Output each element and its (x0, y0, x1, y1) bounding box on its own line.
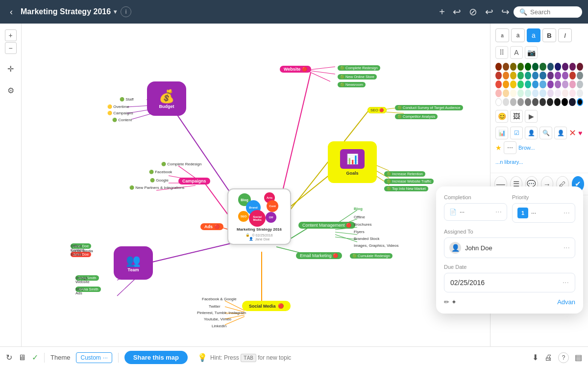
color-swatch[interactable] (532, 89, 539, 97)
browse-label[interactable]: Brow... (518, 145, 535, 151)
center-node[interactable]: Blog Arts Brand Cont SEO Off Social Medi… (227, 188, 291, 245)
emoji-btn[interactable]: 😊 (495, 110, 508, 123)
goals-node[interactable]: 📊 Goals (328, 141, 377, 183)
priority-value[interactable]: 1 ··· ··· (512, 203, 575, 223)
color-swatch[interactable] (547, 63, 554, 71)
assigned-value[interactable]: 👤 John Doe ··· (444, 237, 575, 258)
color-swatch[interactable] (577, 63, 583, 71)
completion-dots1[interactable]: ··· (460, 209, 465, 215)
color-swatch[interactable] (495, 72, 502, 79)
color-swatch[interactable] (547, 98, 553, 106)
browse-person-btn[interactable]: 👤 (525, 127, 538, 139)
color-swatch[interactable] (569, 63, 576, 71)
browse-star-icon[interactable]: ★ (495, 144, 502, 152)
redo-icon[interactable]: ↪ (501, 6, 510, 18)
color-swatch[interactable] (525, 89, 531, 97)
search-box[interactable]: 🔍 (514, 6, 582, 18)
color-swatch[interactable] (510, 63, 516, 71)
due-date-value[interactable]: 02/25/2016 ··· (444, 273, 575, 292)
font-italic-btn[interactable]: I (558, 28, 572, 42)
search-input[interactable] (530, 8, 579, 16)
color-swatch[interactable] (495, 80, 502, 88)
color-swatch-selected[interactable] (577, 98, 583, 106)
color-swatch[interactable] (510, 89, 516, 97)
color-swatch[interactable] (569, 89, 576, 97)
color-swatch[interactable] (562, 63, 568, 71)
color-swatch[interactable] (555, 63, 561, 71)
timer-icon[interactable]: ⊘ (469, 6, 477, 18)
color-swatch[interactable] (510, 98, 516, 106)
zoom-in-button[interactable]: + (5, 29, 17, 41)
browse-more-btn[interactable]: ⋯ (504, 141, 516, 154)
color-swatch[interactable] (532, 98, 539, 106)
title-chevron[interactable]: ▾ (114, 8, 117, 15)
color-swatch[interactable] (539, 72, 546, 79)
email-marketing-topic[interactable]: Email Marketing 🔴 (296, 250, 342, 259)
color-swatch[interactable] (555, 72, 561, 79)
color-swatch[interactable] (510, 80, 516, 88)
monitor-icon[interactable]: 🖥 (18, 353, 26, 362)
content-mgmt-topic[interactable]: Content Management 🔴 (298, 220, 355, 229)
color-swatch[interactable] (532, 72, 539, 79)
color-swatch[interactable] (495, 98, 502, 106)
video-btn[interactable]: ▶ (525, 110, 538, 123)
browse-check-btn[interactable]: ☑ (510, 127, 523, 139)
color-swatch[interactable] (525, 72, 531, 79)
browse-heart-icon[interactable]: ♥ (578, 129, 582, 137)
color-swatch[interactable] (547, 72, 554, 79)
color-swatch[interactable] (517, 89, 524, 97)
color-swatch[interactable] (517, 98, 524, 106)
color-swatch[interactable] (525, 98, 531, 106)
font-small-btn[interactable]: a (495, 28, 509, 42)
connect-icon[interactable]: ↩ (453, 6, 461, 18)
zoom-out-button[interactable]: − (5, 42, 17, 54)
download-icon[interactable]: ⬇ (532, 353, 539, 362)
color-swatch[interactable] (503, 80, 509, 88)
color-swatch[interactable] (547, 89, 554, 97)
print-icon[interactable]: 🖨 (544, 353, 552, 362)
color-swatch[interactable] (577, 80, 583, 88)
undo-icon[interactable]: ↩ (485, 6, 493, 18)
color-swatch[interactable] (503, 89, 509, 97)
font-large-btn[interactable]: a (527, 28, 540, 42)
color-swatch[interactable] (569, 98, 575, 106)
ads-topic[interactable]: Ads 🔴 (200, 221, 223, 230)
priority-more-dots[interactable]: ··· (564, 209, 570, 217)
color-swatch[interactable] (562, 80, 568, 88)
color-swatch[interactable] (562, 72, 568, 79)
assigned-more-dots[interactable]: ··· (564, 243, 570, 252)
back-button[interactable]: ‹ (6, 5, 17, 19)
fit-map-button[interactable]: ✛ (4, 62, 18, 76)
share-map-button[interactable]: Share this map (124, 351, 188, 364)
custom-theme-badge[interactable]: Custom ··· (76, 352, 112, 363)
due-date-more-dots[interactable]: ··· (563, 278, 569, 287)
color-swatch[interactable] (539, 98, 546, 106)
browse-user2-btn[interactable]: 👤 (554, 127, 567, 139)
color-swatch[interactable] (510, 72, 516, 79)
color-swatch[interactable] (577, 89, 583, 97)
custom-badge-dots[interactable]: ··· (103, 354, 108, 361)
browse-search-btn[interactable]: 🔍 (539, 127, 552, 139)
font-bold-btn[interactable]: B (542, 28, 556, 42)
sync-icon[interactable]: ↻ (6, 353, 12, 362)
color-swatch[interactable] (525, 63, 531, 71)
social-media-node[interactable]: Social Media 🔴 (242, 301, 291, 311)
website-topic[interactable]: Website 🔴 (280, 64, 311, 73)
completion-value[interactable]: 📄 ··· ··· (444, 203, 507, 221)
color-swatch[interactable] (554, 98, 561, 106)
color-swatch[interactable] (503, 72, 509, 79)
team-node[interactable]: 👥 Team (114, 246, 153, 280)
browse-chart-btn[interactable]: 📊 (495, 127, 508, 139)
color-swatch[interactable] (569, 72, 576, 79)
color-swatch[interactable] (577, 72, 583, 79)
add-topic-icon[interactable]: + (439, 6, 445, 18)
color-swatch[interactable] (539, 80, 546, 88)
shape-text-btn[interactable]: A (510, 46, 523, 59)
campaigns-topic[interactable]: Campaigns (178, 176, 210, 184)
color-swatch[interactable] (532, 63, 539, 71)
font-medium-btn[interactable]: a (511, 28, 525, 42)
browse-x-icon[interactable]: ✕ (569, 128, 576, 138)
sidebar-toggle-icon[interactable]: ▤ (575, 353, 582, 362)
color-swatch[interactable] (503, 63, 509, 71)
library-link[interactable]: ...n library... (495, 158, 583, 168)
